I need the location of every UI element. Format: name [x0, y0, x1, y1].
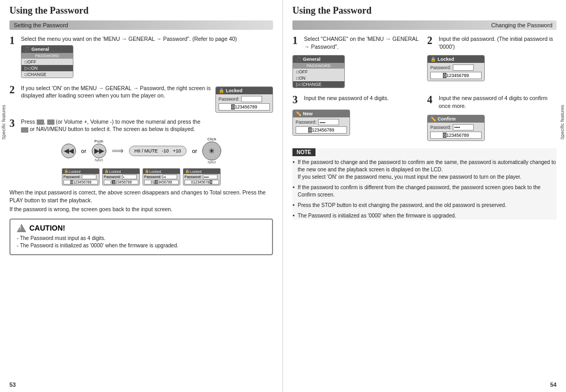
left-step-3: 3 Press , (or Volume +, Volume -) to mov… [9, 118, 273, 213]
right-steps-row-1-2: 1 Select "CHANGE" on the 'MENU → GENERAL… [292, 35, 557, 89]
small-screen-2: 🔒Locked Password:• 0123456789 [102, 168, 140, 186]
note-box: NOTE If the password to change and the p… [292, 148, 557, 220]
next-btn: ▶▶ [92, 144, 106, 158]
menu-icon: 🎵 [24, 47, 30, 52]
right-step-4-col: 4 Input the new password of 4 digits to … [427, 94, 557, 141]
caution-box: CAUTION! - The Password must input as 4 … [9, 219, 273, 255]
small-screen-3: 🔒Locked Password:•• 0123456789 [143, 168, 180, 186]
small-screen-4: 🔒Locked Password:•••• 0123456789 [183, 168, 221, 186]
left-page-title: Using the Password [9, 5, 273, 16]
small-screen-1: 🔒Locked Password: 0123456789 [62, 168, 100, 186]
left-step-2: 2 If you select 'ON' on the MENU → GENER… [9, 84, 273, 114]
locked-screen-right-step2: 🔒 Locked Password: 0123456789 [427, 55, 485, 81]
left-step-1: 1 Select the menu you want on the 'MENU … [9, 35, 273, 79]
right-step-1-col: 1 Select "CHANGE" on the 'MENU → GENERAL… [292, 35, 422, 89]
right-page-number: 54 [550, 382, 557, 388]
right-steps-row-3-4: 3 Input the new password of 4 digits. ✏️… [292, 94, 557, 141]
prev-btn: ◀◀ [61, 144, 76, 158]
locked-screen-step2: 🔒 Locked Password: 0123456789 [215, 86, 273, 113]
left-page: Using the Password Setting the Password … [0, 0, 283, 392]
caution-triangle-icon [17, 224, 26, 232]
vol-controls: HII / MUTE -10 +10 [129, 146, 187, 156]
new-screen-step3: ✏️ New Password: •••• 0123456789 [292, 110, 350, 136]
general-menu-step1: 🎵 General PASSWORD □OFF ▷□ON □CHANGE [21, 45, 73, 78]
navi-btn: ✳ [202, 141, 221, 160]
left-section-header: Setting the Password [9, 20, 273, 30]
right-page: Using the Password Changing the Password… [283, 0, 566, 392]
confirm-screen-step4: ✏️ Confirm Password: •••• 0123456789 [427, 115, 485, 141]
small-screens: 🔒Locked Password: 0123456789 🔒Locked Pas… [9, 168, 273, 186]
left-page-number: 53 [9, 382, 16, 388]
right-section-header: Changing the Password [292, 20, 557, 30]
left-sidebar-label: Specific features [1, 105, 6, 140]
general-menu-right-step1: 🎵 General PASSWORD □OFF □ON ▷□CHANGE [292, 55, 345, 88]
right-sidebar-label: Specific features [560, 105, 565, 140]
right-page-title: Using the Password [292, 5, 557, 16]
nav-icons-row: ◀◀ or Push ▶▶ NAVI ⟹ HII / MUTE -10 +10 … [9, 137, 273, 164]
right-step-3-col: 3 Input the new password of 4 digits. ✏️… [292, 94, 422, 141]
right-step-2-col: 2 Input the old password. (The initial p… [427, 35, 557, 89]
